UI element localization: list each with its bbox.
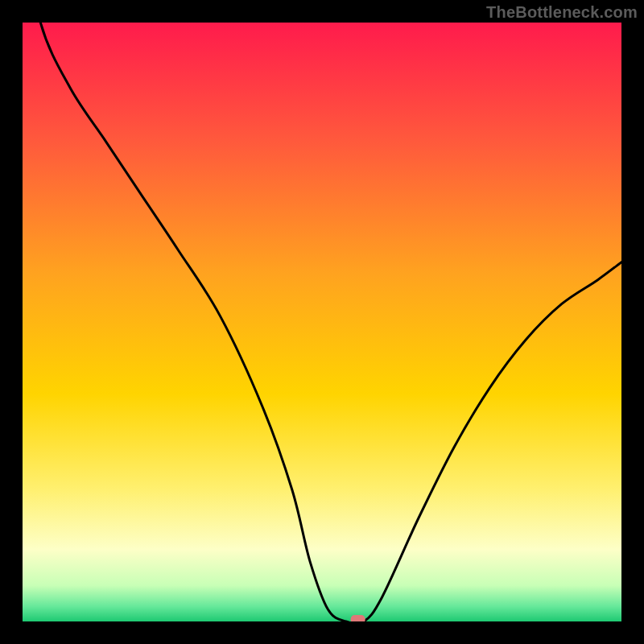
chart-frame: TheBottleneck.com (0, 0, 644, 644)
gradient-background (23, 23, 621, 621)
plot-area (23, 23, 621, 621)
chart-svg (23, 23, 621, 621)
optimum-marker (351, 615, 365, 621)
attribution-watermark: TheBottleneck.com (486, 3, 638, 22)
